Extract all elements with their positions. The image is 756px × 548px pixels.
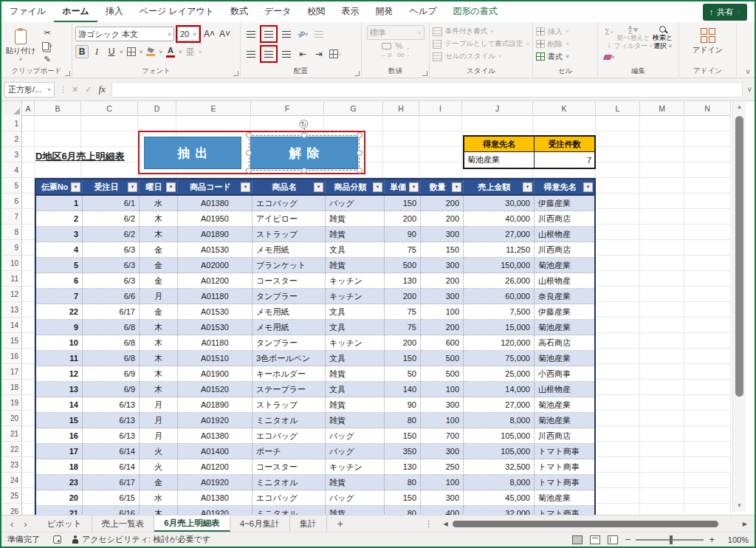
- ribbon-tab-shape-format[interactable]: 図形の書式: [444, 1, 505, 23]
- row-header[interactable]: 5: [1, 178, 21, 193]
- align-top-button[interactable]: [244, 27, 258, 41]
- cell-slip-no[interactable]: 1: [36, 196, 83, 211]
- cell-sales-amount[interactable]: 105,000: [464, 444, 535, 459]
- increase-indent-button[interactable]: ⇥: [312, 47, 326, 61]
- cell-category[interactable]: 雑貨: [326, 227, 385, 242]
- cell-sales-amount[interactable]: 15,000: [464, 320, 535, 335]
- phonetic-guide-button[interactable]: 亜: [184, 45, 197, 58]
- cell-sales-amount[interactable]: 8,000: [464, 413, 535, 428]
- filter-dropdown-button[interactable]: ▾: [409, 182, 419, 192]
- cell-product-name[interactable]: ミニタオル: [252, 475, 326, 490]
- cell-slip-no[interactable]: 7: [36, 289, 83, 304]
- cell-order-date[interactable]: 6/8: [83, 320, 140, 335]
- cell-category[interactable]: 文具: [326, 351, 385, 366]
- cell-category[interactable]: 雑貨: [326, 397, 385, 413]
- selection-handle-sw[interactable]: [246, 168, 252, 174]
- cell-sales-amount[interactable]: 105,000: [464, 428, 535, 444]
- column-header[interactable]: G: [324, 101, 383, 116]
- cell-order-date[interactable]: 6/3: [83, 258, 140, 273]
- filter-dropdown-button[interactable]: ▾: [583, 182, 593, 192]
- row-header[interactable]: 23: [1, 457, 21, 473]
- table-row[interactable]: 11 6/8 木 A01510 3色ボールペン 文具 150 500 75,00…: [36, 351, 594, 366]
- column-header[interactable]: B: [35, 101, 81, 116]
- increase-font-size-button[interactable]: A˄: [202, 27, 216, 41]
- cell-unit-price[interactable]: 80: [385, 506, 421, 515]
- cell-unit-price[interactable]: 150: [385, 428, 421, 444]
- column-header[interactable]: D: [138, 101, 176, 116]
- cell-quantity[interactable]: 600: [421, 335, 464, 351]
- find-select-button[interactable]: 検索と 選択 ˅: [650, 25, 676, 67]
- row-header[interactable]: 14: [1, 318, 21, 333]
- cell-sales-amount[interactable]: 27,000: [464, 397, 535, 413]
- align-bottom-button[interactable]: [279, 27, 294, 41]
- ribbon-tab-view[interactable]: 表示: [334, 1, 368, 23]
- scroll-right-arrow[interactable]: ▶: [743, 521, 747, 527]
- cell-product-code[interactable]: A01510: [178, 351, 252, 366]
- number-dialog-launcher[interactable]: [422, 71, 427, 76]
- cell-category[interactable]: 雑貨: [326, 366, 385, 382]
- cell-quantity[interactable]: 200: [421, 211, 464, 227]
- table-row[interactable]: 5 6/3 金 A02000 ブランケット 雑貨 500 300 150,000…: [36, 258, 594, 273]
- cell-quantity[interactable]: 100: [421, 413, 464, 428]
- cell-category[interactable]: 文具: [326, 382, 385, 397]
- cell-product-code[interactable]: A01530: [178, 304, 252, 320]
- cell-weekday[interactable]: 火: [140, 444, 178, 459]
- cell-customer[interactable]: 山根物産: [535, 273, 594, 289]
- table-row[interactable]: 23 6/17 金 A01920 ミニタオル 雑貨 80 100 8,000 ト…: [36, 475, 594, 490]
- cell-sales-amount[interactable]: 45,000: [464, 490, 535, 506]
- table-row[interactable]: 3 6/2 木 A01890 ストラップ 雑貨 90 300 27,000 山根…: [36, 227, 594, 242]
- scroll-down-arrow[interactable]: ▼: [737, 500, 743, 512]
- row-header[interactable]: 9: [1, 240, 21, 256]
- cell-unit-price[interactable]: 150: [385, 351, 421, 366]
- cell-order-date[interactable]: 6/13: [83, 428, 140, 444]
- filter-dropdown-button[interactable]: ▾: [128, 182, 137, 192]
- cell-product-code[interactable]: A01200: [178, 459, 252, 475]
- row-header[interactable]: 22: [1, 442, 21, 457]
- cell-category[interactable]: 雑貨: [326, 506, 385, 515]
- merge-center-button[interactable]: ˅: [328, 47, 343, 61]
- cell-sales-amount[interactable]: 32,000: [464, 506, 535, 515]
- row-header[interactable]: 26: [1, 504, 21, 515]
- zoom-level[interactable]: 100%: [722, 535, 749, 544]
- cell-weekday[interactable]: 金: [140, 273, 178, 289]
- ribbon-tab-page-layout[interactable]: ページ レイアウト: [131, 1, 222, 23]
- row-header[interactable]: 7: [1, 209, 21, 225]
- underline-button[interactable]: U: [105, 45, 118, 58]
- cell-order-date[interactable]: 6/2: [83, 227, 140, 242]
- cell-product-code[interactable]: A01380: [178, 490, 252, 506]
- table-row[interactable]: 18 6/14 火 A01200 コースター キッチン 130 250 32,5…: [36, 459, 594, 475]
- insert-cells-button[interactable]: 挿入 ˅: [536, 25, 594, 38]
- cell-weekday[interactable]: 木: [140, 382, 178, 397]
- align-left-button[interactable]: [244, 47, 258, 61]
- row-header[interactable]: 1: [1, 116, 21, 131]
- cell-unit-price[interactable]: 75: [385, 320, 421, 335]
- cell-customer[interactable]: 山根物産: [535, 382, 594, 397]
- cell-sales-amount[interactable]: 26,000: [464, 273, 535, 289]
- cell-quantity[interactable]: 300: [421, 444, 464, 459]
- cell-quantity[interactable]: 200: [421, 273, 464, 289]
- column-header[interactable]: N: [684, 101, 731, 116]
- scroll-left-arrow[interactable]: ◀: [443, 521, 447, 527]
- cell-product-code[interactable]: A01380: [178, 196, 252, 211]
- cell-category[interactable]: 雑貨: [326, 211, 385, 227]
- middle-align-button[interactable]: [261, 27, 276, 41]
- column-header[interactable]: A: [22, 101, 35, 116]
- cell-quantity[interactable]: 300: [421, 289, 464, 304]
- decrease-indent-button[interactable]: ⇤: [295, 47, 310, 61]
- cell-slip-no[interactable]: 3: [36, 227, 83, 242]
- cell-sales-amount[interactable]: 60,000: [464, 289, 535, 304]
- selection-handle-e[interactable]: [357, 150, 362, 156]
- cell-customer[interactable]: 川西商店: [535, 242, 594, 258]
- cell-product-name[interactable]: ストラップ: [252, 227, 326, 242]
- cell-quantity[interactable]: 700: [421, 428, 464, 444]
- cell-weekday[interactable]: 木: [140, 211, 178, 227]
- table-row[interactable]: 17 6/14 火 A01400 ポーチ バッグ 350 300 105,000…: [36, 444, 594, 459]
- scrollbar-splitter[interactable]: ⋮: [425, 516, 433, 532]
- column-header[interactable]: F: [251, 101, 324, 116]
- borders-button[interactable]: [125, 45, 138, 58]
- extract-shape-button[interactable]: 抽出: [144, 137, 241, 169]
- cell-product-code[interactable]: A01920: [178, 475, 252, 490]
- cell-customer[interactable]: トマト商事: [535, 444, 594, 459]
- sort-filter-button[interactable]: AZ 並べ替えと フィルター ˅: [619, 25, 648, 67]
- table-row[interactable]: 21 6/16 木 A01920 ミニタオル 雑貨 80 400 32,000 …: [36, 506, 594, 515]
